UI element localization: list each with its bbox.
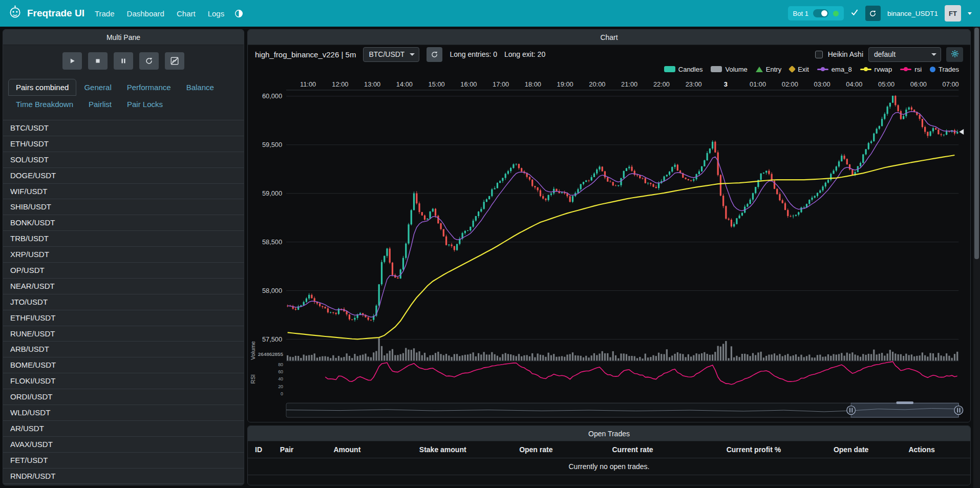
tab-pairs-combined[interactable]: Pairs combined	[8, 79, 76, 96]
svg-text:40: 40	[278, 376, 283, 381]
nav-links: TradeDashboardChartLogs	[95, 9, 224, 18]
page: { "navbar": { "brand": "Freqtrade UI", "…	[0, 0, 980, 488]
candles-swatch-icon	[664, 66, 675, 72]
pair-list-item[interactable]: AVAX/USDT	[3, 437, 244, 453]
pair-list-item[interactable]: RUNE/USDT	[3, 326, 244, 342]
legend-item-entry[interactable]: Entry	[756, 66, 781, 73]
tab-time-breakdown[interactable]: Time Breakdown	[8, 96, 81, 113]
stop-button[interactable]	[88, 52, 108, 70]
pair-list-item[interactable]: NEAR/USDT	[3, 279, 244, 294]
pair-list-item[interactable]: FET/USDT	[3, 453, 244, 469]
heikin-ashi-checkbox[interactable]	[815, 51, 823, 58]
tab-pairlist[interactable]: Pairlist	[81, 96, 119, 113]
chart-remove-button[interactable]	[165, 52, 184, 70]
pair-list-item[interactable]: XRP/USDT	[3, 247, 244, 263]
long-entries-label: Long entries: 0	[450, 50, 497, 58]
legend-label: rsi	[914, 66, 922, 73]
tab-general[interactable]: General	[76, 79, 119, 96]
legend-item-rsi[interactable]: rsi	[900, 66, 922, 73]
pair-list-item[interactable]: RNDR/USDT	[3, 469, 244, 484]
main-content: Multi Pane	[0, 27, 973, 488]
svg-text:07:00: 07:00	[943, 80, 959, 88]
pair-list-item[interactable]: JTO/USDT	[3, 294, 244, 310]
legend-item-exit[interactable]: Exit	[790, 66, 809, 73]
nav-link-chart[interactable]: Chart	[177, 9, 196, 18]
legend-label: Trades	[939, 66, 959, 73]
theme-toggle-icon[interactable]	[235, 9, 243, 18]
column-header-pair: Pair	[277, 441, 331, 458]
open-trades-title: Open Trades	[248, 426, 970, 441]
svg-text:12:00: 12:00	[332, 80, 348, 88]
pair-list-item[interactable]: ETHFI/USDT	[3, 310, 244, 326]
svg-text:57,500: 57,500	[262, 335, 282, 343]
plot-config-select[interactable]: default	[868, 47, 941, 62]
svg-text:Volume: Volume	[250, 341, 256, 360]
scrollbar-thumb[interactable]	[974, 28, 979, 259]
pair-list-item[interactable]: TRB/USDT	[3, 231, 244, 247]
legend-label: Entry	[766, 66, 781, 73]
rvwap-swatch-icon	[860, 69, 871, 70]
chart-refresh-button[interactable]	[427, 47, 442, 62]
right-column: Chart high_frog_binance_v226 | 5m BTC/US…	[247, 29, 971, 485]
svg-text:60,000: 60,000	[262, 92, 282, 100]
svg-text:11:00: 11:00	[300, 80, 316, 88]
svg-text:14:00: 14:00	[396, 80, 413, 88]
pair-list-item[interactable]: ETH/USDT	[3, 136, 244, 152]
svg-text:20: 20	[278, 384, 283, 389]
datazoom-handle[interactable]	[847, 406, 856, 415]
nav-link-dashboard[interactable]: Dashboard	[127, 9, 164, 18]
datazoom-handle[interactable]	[954, 406, 963, 415]
pair-list-item[interactable]: ORDI/USDT	[3, 389, 244, 405]
rsi-swatch-icon	[900, 69, 911, 70]
bot-selector[interactable]: Bot 1	[788, 6, 844, 20]
bot-refresh-button[interactable]	[865, 6, 881, 21]
pair-list-item[interactable]: WIF/USDT	[3, 184, 244, 200]
pair-list-item[interactable]: DOGE/USDT	[3, 168, 244, 184]
pair-list-item[interactable]: BONK/USDT	[3, 215, 244, 231]
pair-select[interactable]: BTC/USDT	[363, 47, 419, 62]
legend-item-ema-8[interactable]: ema_8	[817, 66, 852, 73]
user-menu-caret-icon[interactable]	[968, 12, 972, 17]
legend-item-volume[interactable]: Volume	[711, 66, 747, 73]
check-icon	[850, 8, 859, 18]
price-chart[interactable]: 60,00059,50059,00058,50058,00057,50011:0…	[248, 75, 970, 422]
svg-text:17:00: 17:00	[493, 80, 509, 88]
svg-text:04:00: 04:00	[846, 80, 862, 88]
pair-list-item[interactable]: FLOKI/USDT	[3, 373, 244, 389]
legend-item-rvwap[interactable]: rvwap	[860, 66, 892, 73]
nav-link-logs[interactable]: Logs	[208, 9, 225, 18]
svg-text:05:00: 05:00	[878, 80, 894, 88]
nav-link-trade[interactable]: Trade	[95, 9, 115, 18]
legend-label: ema_8	[832, 66, 852, 73]
open-trades-panel: Open Trades IDPairAmountStake amountOpen…	[247, 426, 971, 485]
brand[interactable]: Freqtrade UI	[8, 5, 84, 22]
user-avatar[interactable]: FT	[945, 5, 961, 22]
tab-pair-locks[interactable]: Pair Locks	[119, 96, 171, 113]
pair-list-item[interactable]: DOT/USDT	[3, 484, 244, 485]
svg-text:22:00: 22:00	[653, 80, 670, 88]
legend-item-trades[interactable]: Trades	[930, 66, 959, 73]
pair-list-item[interactable]: BTC/USDT	[3, 120, 244, 136]
tab-balance[interactable]: Balance	[179, 79, 222, 96]
pair-list-item[interactable]: ARB/USDT	[3, 342, 244, 357]
pair-list-item[interactable]: SHIB/USDT	[3, 199, 244, 215]
top-navbar: Freqtrade UI TradeDashboardChartLogs Bot…	[0, 0, 980, 27]
pair-list-item[interactable]: SOL/USDT	[3, 152, 244, 168]
chart-panel: Chart high_frog_binance_v226 | 5m BTC/US…	[247, 29, 971, 422]
bot-toggle-switch[interactable]	[813, 9, 828, 17]
svg-text:21:00: 21:00	[621, 80, 637, 88]
pause-button[interactable]	[114, 52, 133, 70]
pair-list-item[interactable]: WLD/USDT	[3, 405, 244, 421]
plot-settings-button[interactable]	[946, 47, 963, 62]
freqtrade-logo	[8, 5, 22, 22]
pair-list-item[interactable]: AR/USDT	[3, 421, 244, 437]
legend-item-candles[interactable]: Candles	[664, 66, 703, 73]
multi-pane-title: Multi Pane	[3, 30, 244, 45]
tab-performance[interactable]: Performance	[119, 79, 179, 96]
reload-button[interactable]	[139, 52, 159, 70]
svg-text:03:00: 03:00	[814, 80, 830, 88]
pair-list-item[interactable]: BOME/USDT	[3, 357, 244, 373]
pair-list-item[interactable]: OP/USDT	[3, 263, 244, 279]
play-button[interactable]	[62, 52, 82, 70]
page-scrollbar[interactable]	[973, 27, 980, 488]
